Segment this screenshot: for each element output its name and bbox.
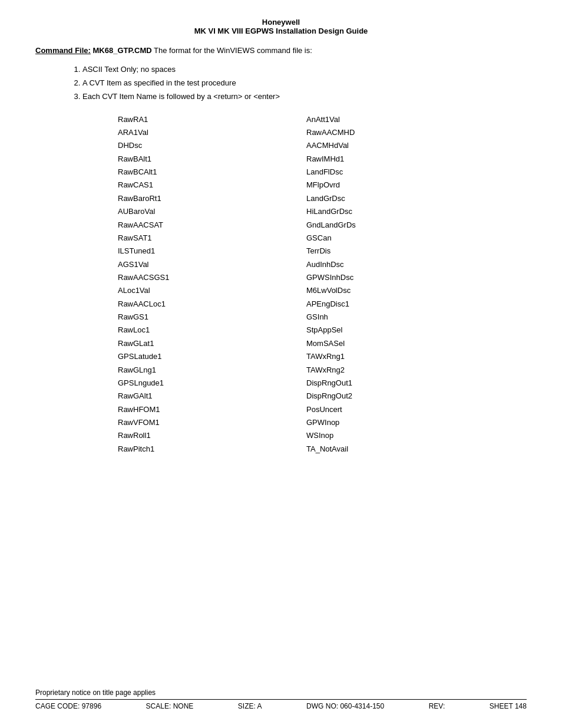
footer-bar: CAGE CODE: 97896 SCALE: NONE SIZE: A DWG… — [35, 699, 527, 710]
data-item-left: GPSLngude1 — [118, 377, 306, 390]
sheet: SHEET 148 — [490, 702, 527, 710]
data-item-left: RawSAT1 — [118, 232, 306, 245]
data-item-left: RawBaroRt1 — [118, 192, 306, 205]
data-item-left: DHDsc — [118, 139, 306, 152]
data-item-right: GPWSInhDsc — [306, 271, 495, 284]
data-item-right: StpAppSel — [306, 324, 495, 337]
column-right: AnAtt1ValRawAACMHDAACMHdValRawIMHd1LandF… — [306, 113, 495, 456]
data-columns: RawRA1ARA1ValDHDscRawBAlt1RawBCAlt1RawCA… — [118, 113, 527, 456]
data-item-left: RawAACSGS1 — [118, 271, 306, 284]
data-item-left: AGS1Val — [118, 258, 306, 271]
instructions-list: ASCII Text Only; no spaces A CVT Item as… — [71, 62, 527, 104]
data-item-right: GSInh — [306, 311, 495, 324]
data-item-right: GndLandGrDs — [306, 219, 495, 232]
data-item-right: RawAACMHD — [306, 126, 495, 139]
data-item-right: GPWInop — [306, 416, 495, 429]
data-item-right: AudInhDsc — [306, 258, 495, 271]
data-item-left: AUBaroVal — [118, 205, 306, 218]
data-item-right: LandFlDsc — [306, 166, 495, 179]
data-item-left: RawPitch1 — [118, 443, 306, 456]
column-left: RawRA1ARA1ValDHDscRawBAlt1RawBCAlt1RawCA… — [118, 113, 306, 456]
data-item-right: DispRngOut2 — [306, 390, 495, 403]
data-item-left: RawGLat1 — [118, 337, 306, 350]
data-item-right: DispRngOut1 — [306, 377, 495, 390]
data-item-left: RawGLng1 — [118, 364, 306, 377]
list-section: ASCII Text Only; no spaces A CVT Item as… — [71, 62, 527, 104]
data-item-right: TAWxRng2 — [306, 364, 495, 377]
data-item-right: HiLandGrDsc — [306, 205, 495, 218]
list-item: ASCII Text Only; no spaces — [82, 62, 527, 76]
list-item: Each CVT Item Name is followed by a <ret… — [82, 90, 527, 103]
data-item-right: TA_NotAvail — [306, 443, 495, 456]
dwg-no: DWG NO: 060-4314-150 — [306, 702, 384, 710]
scale: SCALE: NONE — [146, 702, 194, 710]
data-item-right: GSCan — [306, 232, 495, 245]
data-item-left: RawCAS1 — [118, 179, 306, 192]
rev: REV: — [429, 702, 445, 710]
data-item-right: M6LwVolDsc — [306, 284, 495, 297]
data-item-left: RawGS1 — [118, 311, 306, 324]
size: SIZE: A — [238, 702, 262, 710]
data-item-right: APEngDisc1 — [306, 298, 495, 311]
header-line2: MK VI MK VIII EGPWS Installation Design … — [35, 27, 527, 35]
data-item-right: MFlpOvrd — [306, 179, 495, 192]
data-item-left: RawBCAlt1 — [118, 166, 306, 179]
data-item-right: AnAtt1Val — [306, 113, 495, 126]
list-item: A CVT Item as specified in the test proc… — [82, 76, 527, 90]
data-item-right: PosUncert — [306, 403, 495, 416]
data-item-right: TerrDis — [306, 245, 495, 258]
command-file-line: Command File: MK68_GTP.CMD The format fo… — [35, 45, 527, 57]
proprietary-notice: Proprietary notice on title page applies — [35, 689, 527, 697]
data-item-left: RawRoll1 — [118, 429, 306, 442]
data-item-left: GPSLatude1 — [118, 350, 306, 363]
data-item-right: WSInop — [306, 429, 495, 442]
page: Honeywell MK VI MK VIII EGPWS Installati… — [0, 0, 562, 728]
data-item-left: RawBAlt1 — [118, 153, 306, 166]
data-item-left: RawGAlt1 — [118, 390, 306, 403]
data-item-right: RawIMHd1 — [306, 153, 495, 166]
data-item-right: AACMHdVal — [306, 139, 495, 152]
data-item-left: RawAACSAT — [118, 219, 306, 232]
data-item-right: TAWxRng1 — [306, 350, 495, 363]
data-item-right: MomSASel — [306, 337, 495, 350]
data-item-left: ALoc1Val — [118, 284, 306, 297]
data-item-left: RawLoc1 — [118, 324, 306, 337]
footer-area: Proprietary notice on title page applies… — [35, 689, 527, 710]
command-filename: MK68_GTP.CMD — [93, 46, 152, 55]
command-description: The format for the WinVIEWS command file… — [154, 46, 312, 55]
data-item-left: RawHFOM1 — [118, 403, 306, 416]
data-item-left: ILSTuned1 — [118, 245, 306, 258]
header-line1: Honeywell — [35, 18, 527, 27]
cage-code: CAGE CODE: 97896 — [35, 702, 101, 710]
page-header: Honeywell MK VI MK VIII EGPWS Installati… — [35, 18, 527, 35]
data-item-left: ARA1Val — [118, 126, 306, 139]
data-item-left: RawVFOM1 — [118, 416, 306, 429]
command-label: Command File: — [35, 46, 91, 55]
data-item-left: RawAACLoc1 — [118, 298, 306, 311]
data-item-left: RawRA1 — [118, 113, 306, 126]
data-item-right: LandGrDsc — [306, 192, 495, 205]
